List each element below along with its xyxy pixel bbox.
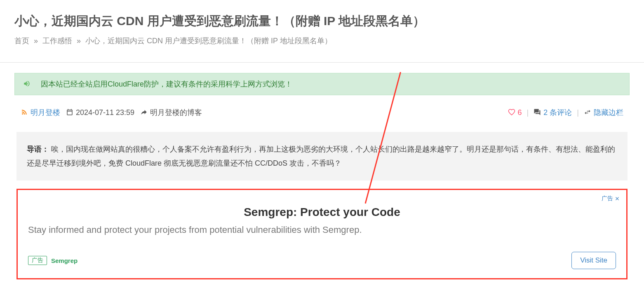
- separator: |: [527, 108, 529, 117]
- blog-name: 明月登楼的博客: [150, 108, 202, 117]
- intro-text: 唉，国内现在做网站真的很糟心，个人备案不允许有盈利行为，再加上这极为恶劣的大环境…: [27, 145, 615, 167]
- ad-close-label: 广告: [602, 195, 613, 202]
- alert-text: 因本站已经全站启用CloudFlare防护，建议有条件的采用科学上网方式浏览！: [41, 79, 292, 89]
- close-icon: [614, 195, 620, 202]
- page-title: 小心，近期国内云 CDN 用户遭受到恶意刷流量！（附赠 IP 地址段黑名单）: [14, 12, 630, 30]
- intro-label: 导语：: [27, 145, 49, 153]
- ad-subtitle: Stay informed and protect your projects …: [28, 225, 616, 235]
- intro-box: 导语： 唉，国内现在做网站真的很糟心，个人备案不允许有盈利行为，再加上这极为恶劣…: [16, 132, 628, 181]
- post-date: 2024-07-11 23:59: [76, 108, 134, 117]
- ad-sponsor[interactable]: Semgrep: [51, 257, 78, 264]
- separator: |: [577, 108, 579, 117]
- alert-banner: 因本站已经全站启用CloudFlare防护，建议有条件的采用科学上网方式浏览！: [14, 73, 630, 95]
- breadcrumb-sep: »: [77, 37, 81, 45]
- ad-close[interactable]: 广告: [602, 195, 620, 202]
- volume-icon: [23, 80, 31, 89]
- breadcrumb-category[interactable]: 工作感悟: [42, 37, 72, 45]
- comments-icon: [534, 108, 541, 117]
- rss-icon: [21, 108, 28, 117]
- breadcrumb: 首页 » 工作感悟 » 小心，近期国内云 CDN 用户遭受到恶意刷流量！（附赠 …: [14, 36, 630, 46]
- like-count: 6: [518, 108, 522, 117]
- breadcrumb-home[interactable]: 首页: [14, 37, 29, 45]
- share-icon: [140, 108, 148, 117]
- ad-container: 广告 Semgrep: Protect your Code Stay infor…: [16, 189, 628, 279]
- like-button[interactable]: 6: [508, 108, 522, 117]
- svg-point-0: [22, 113, 23, 115]
- sidebar-toggle[interactable]: 隐藏边栏: [594, 108, 623, 117]
- calendar-icon: [66, 108, 73, 117]
- author-link[interactable]: 明月登楼: [31, 108, 60, 117]
- breadcrumb-current: 小心，近期国内云 CDN 用户遭受到恶意刷流量！（附赠 IP 地址段黑名单）: [85, 37, 332, 45]
- ad-title: Semgrep: Protect your Code: [28, 206, 616, 219]
- visit-site-button[interactable]: Visit Site: [571, 252, 616, 269]
- swap-icon: [584, 108, 591, 117]
- heart-icon: [508, 108, 515, 117]
- post-meta: 明月登楼 2024-07-11 23:59 明月登楼的博客 6: [14, 95, 630, 122]
- ad-badge: 广告: [28, 256, 47, 265]
- comments-link[interactable]: 2 条评论: [543, 108, 572, 117]
- breadcrumb-sep: »: [34, 37, 38, 45]
